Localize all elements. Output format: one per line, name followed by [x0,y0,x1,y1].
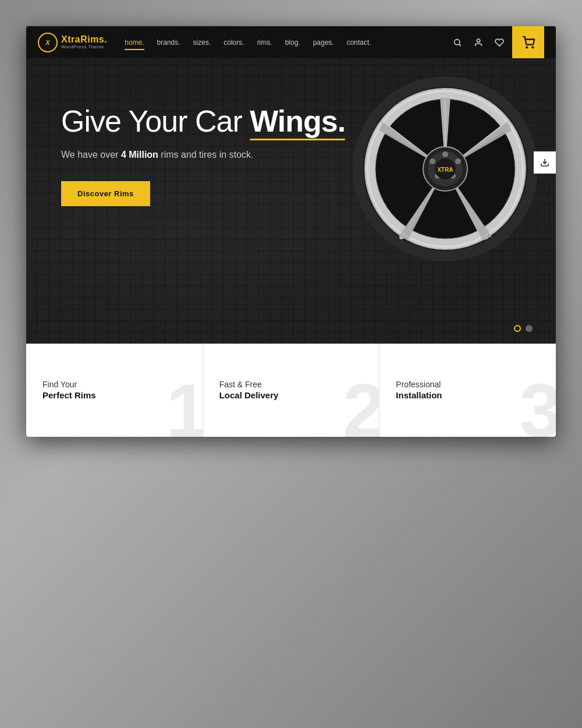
feature-card-1: Find Your Perfect Rims 1 [26,344,203,437]
feature-label-3: Professional Installation [396,379,442,401]
header: X XtraRims. WordPress Theme home. brands… [26,26,556,58]
feature-text-3: Professional Installation [396,379,442,401]
logo-subtitle: WordPress Theme [61,45,107,50]
feature-label-1-line2: Perfect Rims [42,390,96,401]
hero-title-plain: Give Your Car [61,104,250,138]
feature-text-2: Fast & Free Local Delivery [219,379,279,401]
hero-subtitle-end: rims and tires in stock. [158,150,254,160]
feature-label-2-line1: Fast & Free [219,380,262,389]
feature-label-1: Find Your Perfect Rims [42,379,96,401]
feature-number-1: 1 [166,373,203,437]
hero-section: XTRA Give Your Car Wings. We have over 4… [26,58,556,344]
download-button[interactable] [534,151,556,174]
wishlist-icon[interactable] [494,37,505,48]
hero-subtitle-plain: We have over [61,150,121,160]
cart-button[interactable] [512,26,544,58]
nav-item-colors[interactable]: colors. [223,36,244,49]
hero-subtitle: We have over 4 Million rims and tires in… [61,150,521,160]
hero-subtitle-bold: 4 Million [121,150,158,160]
nav-item-sizes[interactable]: sizes. [193,36,211,49]
feature-label-3-line1: Professional [396,380,441,389]
svg-point-2 [477,39,480,42]
feature-number-2: 2 [343,373,379,437]
feature-label-3-line2: Installation [396,390,442,401]
feature-text-1: Find Your Perfect Rims [42,379,96,401]
logo-name-bold: Rims. [80,34,107,44]
logo-name-plain: Xtra [61,34,80,44]
browser-window: X XtraRims. WordPress Theme home. brands… [26,26,556,437]
user-icon[interactable] [473,37,484,48]
svg-point-3 [526,47,527,48]
search-icon[interactable] [452,37,463,48]
hero-title: Give Your Car Wings. [61,105,521,138]
features-section: Find Your Perfect Rims 1 Fast & Free Loc… [26,344,556,437]
svg-point-4 [532,47,533,48]
slider-dot-1[interactable] [514,325,521,332]
feature-label-2: Fast & Free Local Delivery [219,379,279,401]
nav-item-brands[interactable]: brands. [157,36,180,49]
feature-number-3: 3 [520,373,556,437]
nav-item-contact[interactable]: contact. [347,36,371,49]
hero-content: Give Your Car Wings. We have over 4 Mill… [26,58,556,206]
nav-item-rims[interactable]: rims. [257,36,272,49]
logo-text: XtraRims. WordPress Theme [61,34,107,50]
hero-title-bold: Wings. [250,105,345,138]
header-icons [452,37,505,48]
feature-card-2: Fast & Free Local Delivery 2 [203,344,380,437]
nav-item-home[interactable]: home. [125,36,144,49]
nav-item-blog[interactable]: blog. [285,36,300,49]
nav-item-pages[interactable]: pages. [313,36,334,49]
logo-name: XtraRims. [61,34,107,45]
feature-label-2-line2: Local Delivery [219,390,279,401]
logo[interactable]: X XtraRims. WordPress Theme [38,33,107,52]
logo-icon: X [38,33,58,52]
feature-label-1-line1: Find Your [42,380,77,389]
slider-dot-2[interactable] [526,325,533,332]
discover-rims-button[interactable]: Discover Rims [61,181,150,206]
svg-line-1 [459,44,461,46]
svg-point-0 [455,39,460,44]
feature-card-3: Professional Installation 3 [379,344,556,437]
slider-dots [514,325,533,332]
main-nav: home. brands. sizes. colors. rims. blog.… [125,36,452,49]
